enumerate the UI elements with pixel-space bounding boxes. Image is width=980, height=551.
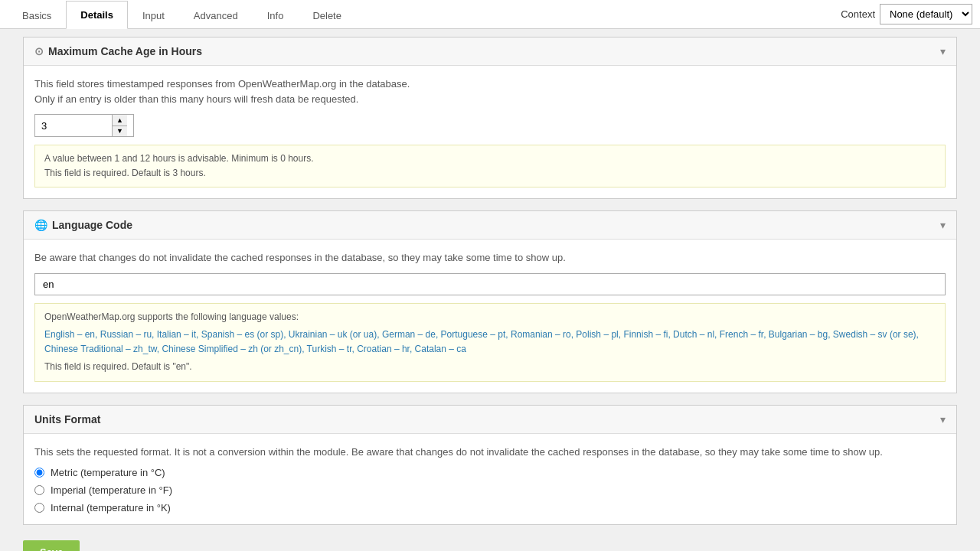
radio-metric[interactable]: Metric (temperature in °C) <box>34 467 946 478</box>
lang-title: Language Code <box>52 219 132 231</box>
section-units-format: Units Format ▾ This sets the requested f… <box>23 405 957 526</box>
cache-icon: ⊙ <box>34 45 44 57</box>
cache-spin-down[interactable]: ▼ <box>113 126 127 136</box>
radio-internal-input[interactable] <box>34 503 44 513</box>
cache-desc-line2: Only if an entry is older than this many… <box>34 92 946 107</box>
tab-basics[interactable]: Basics <box>8 1 66 29</box>
section-header-cache: ⊙ Maximum Cache Age in Hours ▾ <box>24 37 956 66</box>
lang-hint-header: OpenWeatherMap.org supports the followin… <box>44 310 936 324</box>
lang-hint-languages: English – en, Russian – ru, Italian – it… <box>44 328 936 357</box>
radio-metric-input[interactable] <box>34 468 44 478</box>
section-language-code: 🌐 Language Code ▾ Be aware that changes … <box>23 210 957 393</box>
cache-body: This field stores timestamped responses … <box>24 66 956 198</box>
section-header-units: Units Format ▾ <box>24 406 956 434</box>
units-radio-group: Metric (temperature in °C) Imperial (tem… <box>34 467 946 514</box>
tabs: Basics Details Input Advanced Info Delet… <box>8 0 356 28</box>
lang-hint: OpenWeatherMap.org supports the followin… <box>34 303 946 382</box>
section-title-units: Units Format <box>34 413 100 425</box>
cache-hint-line1: A value between 1 and 12 hours is advisa… <box>44 152 936 166</box>
cache-number-input-wrap: ▲ ▼ <box>34 114 134 137</box>
top-bar: Basics Details Input Advanced Info Delet… <box>0 0 980 29</box>
cache-spin-up[interactable]: ▲ <box>113 115 127 126</box>
units-toggle[interactable]: ▾ <box>940 413 946 425</box>
lang-icon: 🌐 <box>34 219 47 231</box>
tab-delete[interactable]: Delete <box>298 1 356 29</box>
units-description: This sets the requested format. It is no… <box>34 445 946 460</box>
radio-imperial-input[interactable] <box>34 485 44 495</box>
lang-hint-required: This field is required. Default is "en". <box>44 360 936 374</box>
context-select[interactable]: None (default) <box>880 4 972 24</box>
cache-description: This field stores timestamped responses … <box>34 77 946 106</box>
cache-hint: A value between 1 and 12 hours is advisa… <box>34 145 946 187</box>
section-title-cache: ⊙ Maximum Cache Age in Hours <box>34 45 202 57</box>
cache-title: Maximum Cache Age in Hours <box>48 45 202 57</box>
cache-toggle[interactable]: ▾ <box>940 45 946 57</box>
tab-details[interactable]: Details <box>66 1 128 29</box>
cache-hint-line2: This field is required. Default is 3 hou… <box>44 166 936 181</box>
main-content: ⊙ Maximum Cache Age in Hours ▾ This fiel… <box>15 29 965 551</box>
section-title-lang: 🌐 Language Code <box>34 219 132 231</box>
units-title: Units Format <box>34 413 100 425</box>
cache-spinners: ▲ ▼ <box>112 115 127 136</box>
radio-imperial-label: Imperial (temperature in °F) <box>51 484 172 496</box>
context-label: Context <box>841 8 875 20</box>
lang-toggle[interactable]: ▾ <box>940 219 946 231</box>
tab-advanced[interactable]: Advanced <box>179 1 253 29</box>
radio-internal-label: Internal (temperature in °K) <box>51 502 171 514</box>
tab-input[interactable]: Input <box>128 1 179 29</box>
section-max-cache-age: ⊙ Maximum Cache Age in Hours ▾ This fiel… <box>23 37 957 199</box>
save-button[interactable]: Save <box>23 540 80 551</box>
context-area: Context None (default) <box>841 0 972 28</box>
radio-imperial[interactable]: Imperial (temperature in °F) <box>34 484 946 496</box>
lang-body: Be aware that changes do not invalidate … <box>24 240 956 392</box>
cache-desc-line1: This field stores timestamped responses … <box>34 77 946 92</box>
cache-hours-input[interactable] <box>35 117 112 135</box>
radio-internal[interactable]: Internal (temperature in °K) <box>34 502 946 514</box>
language-code-input[interactable] <box>34 273 946 295</box>
lang-desc-line1: Be aware that changes do not invalidate … <box>34 250 946 266</box>
tab-info[interactable]: Info <box>253 1 299 29</box>
lang-description: Be aware that changes do not invalidate … <box>34 250 946 266</box>
units-body: This sets the requested format. It is no… <box>24 434 956 525</box>
section-header-lang: 🌐 Language Code ▾ <box>24 211 956 240</box>
radio-metric-label: Metric (temperature in °C) <box>51 467 165 478</box>
